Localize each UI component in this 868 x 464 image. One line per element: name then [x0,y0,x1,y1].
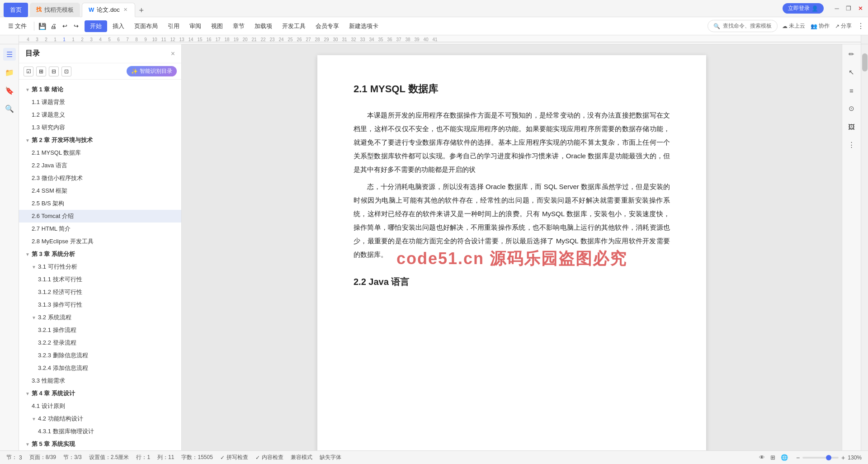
toc-item[interactable]: ▼ 第 1 章 绪论 [19,83,181,96]
files-panel-icon[interactable]: 📁 [3,66,16,79]
ruler-content: 4321 1 12345 678910 1112131415 161718192… [19,35,861,44]
tab-template[interactable]: 找 找稻壳模板 [30,3,80,17]
insert-button[interactable]: 插入 [108,20,129,32]
chars-label: 字数：15505 [181,454,212,461]
toc-item[interactable]: 3.2.1 操作流程 [19,324,181,336]
toc-item[interactable]: 3.2.2 登录流程 [19,336,181,349]
search-placeholder: 查找命令、搜索模板 [723,22,772,30]
ai-detect-button[interactable]: ✨ 智能识别目录 [127,66,177,76]
toc-item[interactable]: ▼ 3.1 可行性分析 [19,260,181,273]
toc-arrow-icon: ▼ [25,87,30,92]
toc-item[interactable]: 3.2.4 添加信息流程 [19,362,181,374]
tab-doc[interactable]: W 论文.doc ✕ [82,3,135,17]
missing-font-button[interactable]: 缺失字体 [320,454,341,461]
toc-item[interactable]: 2.5 B/S 架构 [19,197,181,210]
save-icon[interactable]: 💾 [37,21,47,31]
toc-item[interactable]: ▼ 第 4 章 系统设计 [19,387,181,400]
toc-item[interactable]: ▼ 4.2 功能结构设计 [19,412,181,425]
start-button[interactable]: 开始 [85,20,107,32]
minimize-button[interactable]: ─ [833,5,841,13]
zoom-slider[interactable] [802,457,839,459]
zoom-out-button[interactable]: − [796,454,800,461]
toc-item[interactable]: 2.3 微信小程序技术 [19,172,181,185]
addon-button[interactable]: 加载项 [250,20,277,32]
zoom-in-button[interactable]: + [841,454,845,461]
right-more-icon[interactable]: ⋮ [845,138,858,151]
print-view-button[interactable]: ⊞ [769,453,777,462]
dev-button[interactable]: 开发工具 [278,20,310,32]
cloud-button[interactable]: ☁ 未上云 [782,22,805,30]
toc-item[interactable]: 2.2 Java 语言 [19,159,181,172]
toc-item[interactable]: 2.8 MyEclipse 开发工具 [19,235,181,248]
right-map-icon[interactable]: ⊙ [845,102,858,115]
toc-arrow-icon: ▼ [32,315,36,320]
toc-item[interactable]: 3.1.1 技术可行性 [19,273,181,286]
toc-item-label: 4.3.1 数据库物理设计 [38,427,94,436]
restore-button[interactable]: ❐ [844,5,853,13]
toc-item[interactable]: 3.3 性能需求 [19,374,181,387]
toc-item[interactable]: 3.1.2 经济可行性 [19,286,181,298]
toc-item-label: 2.8 MyEclipse 开发工具 [32,237,94,246]
cloud-label: 未上云 [789,22,805,30]
toc-item[interactable]: 1.2 课题意义 [19,109,181,121]
right-edit-icon[interactable]: ✏ [845,48,858,61]
collab-button[interactable]: 👥 协作 [811,22,830,30]
redo-icon[interactable]: ↪ [71,21,81,31]
scroll-thumb[interactable] [862,53,868,71]
chapter-button[interactable]: 章节 [228,20,249,32]
toc-item[interactable]: 3.2.3 删除信息流程 [19,349,181,362]
new-tab-button[interactable]: + [135,5,148,17]
toc-item-label: 2.7 HTML 简介 [32,225,71,233]
content-check-button[interactable]: ✓ 内容检查 [255,454,283,461]
search-button[interactable]: 🔍 查找命令、搜索模板 [708,20,778,32]
toc-item[interactable]: 1.3 研究内容 [19,121,181,134]
print-icon[interactable]: 🖨 [48,21,58,31]
toc-item[interactable]: 2.4 SSM 框架 [19,185,181,197]
toolbar-sep-1 [34,22,34,31]
ref-button[interactable]: 引用 [163,20,184,32]
toc-item[interactable]: 2.1 MYSQL 数据库 [19,147,181,159]
vertical-scrollbar[interactable] [861,44,868,450]
toc-collapse-btn[interactable]: ⊟ [49,66,59,76]
toc-panel-icon[interactable]: ☰ [3,48,16,61]
toc-item-label: 3.2.2 登录流程 [38,339,76,347]
spell-check-button[interactable]: ✓ 拼写检查 [220,454,248,461]
toc-check-all[interactable]: ☑ [24,66,33,76]
right-format-icon[interactable]: ≡ [845,84,858,97]
toc-item[interactable]: ▼ 3.2 系统流程 [19,311,181,324]
toc-item[interactable]: 4.3.1 数据库物理设计 [19,425,181,438]
tab-close-icon[interactable]: ✕ [123,6,128,14]
new-tab-button-toolbar[interactable]: 新建选项卡 [344,20,383,32]
sidebar-close-button[interactable]: × [171,50,175,58]
toc-item[interactable]: ▼ 第 2 章 开发环境与技术 [19,134,181,147]
right-pointer-icon[interactable]: ↖ [845,66,858,79]
zoom-value[interactable]: 130% [848,455,862,461]
toc-arrow-icon: ▼ [32,417,36,421]
search-panel-icon[interactable]: 🔍 [3,102,16,115]
toc-item[interactable]: 2.7 HTML 简介 [19,223,181,235]
toc-item[interactable]: 1.1 课题背景 [19,96,181,109]
view-button[interactable]: 视图 [207,20,227,32]
doc-tab-label: 论文.doc [97,6,120,14]
install-button[interactable]: 立即登录 👤 [783,3,824,14]
tab-home[interactable]: 首页 [4,3,28,17]
toc-settings-btn[interactable]: ⊡ [61,66,71,76]
toc-item[interactable]: ▼ 第 5 章 系统实现 [19,438,181,450]
layout-button[interactable]: 页面布局 [130,20,162,32]
undo-icon[interactable]: ↩ [60,21,70,31]
toc-item[interactable]: 4.1 设计原则 [19,400,181,412]
toc-item[interactable]: ▼ 第 3 章 系统分析 [19,248,181,260]
member-button[interactable]: 会员专享 [311,20,344,32]
web-view-button[interactable]: 🌐 [779,453,790,462]
right-image-icon[interactable]: 🖼 [845,120,858,133]
share-button[interactable]: ↗ 分享 [835,22,852,30]
file-menu-button[interactable]: ☰ 文件 [4,20,31,32]
toc-item[interactable]: 2.6 Tomcat 介绍 [19,210,181,223]
more-button[interactable]: ⋮ [857,22,864,30]
bookmark-panel-icon[interactable]: 🔖 [3,84,16,97]
close-button[interactable]: ✕ [856,5,864,13]
toc-item[interactable]: 3.1.3 操作可行性 [19,298,181,311]
review-button[interactable]: 审阅 [185,20,206,32]
read-view-button[interactable]: 👁 [757,453,767,462]
toc-expand-btn[interactable]: ⊞ [36,66,46,76]
